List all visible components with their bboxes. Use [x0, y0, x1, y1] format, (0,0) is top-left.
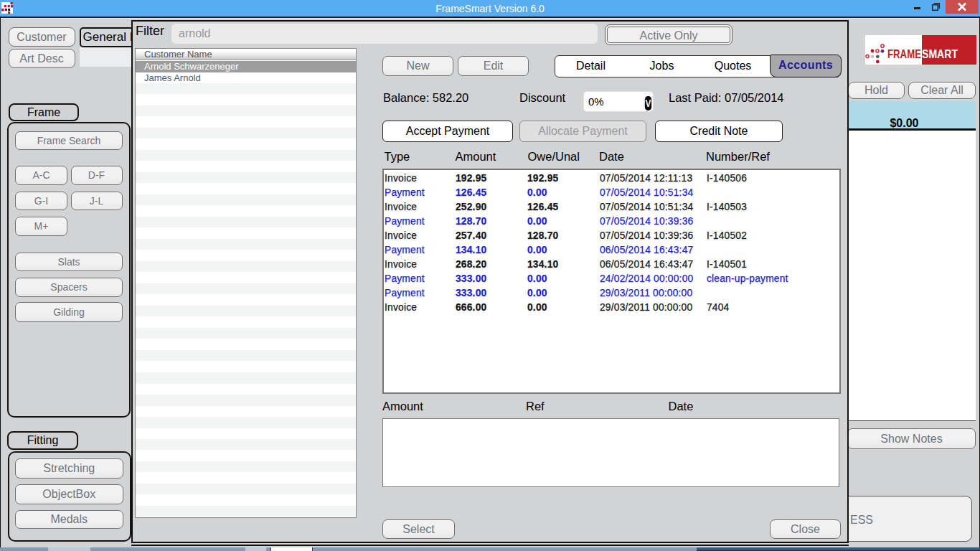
svg-text:FRAME: FRAME	[887, 47, 921, 61]
svg-text:SMART: SMART	[922, 47, 958, 61]
